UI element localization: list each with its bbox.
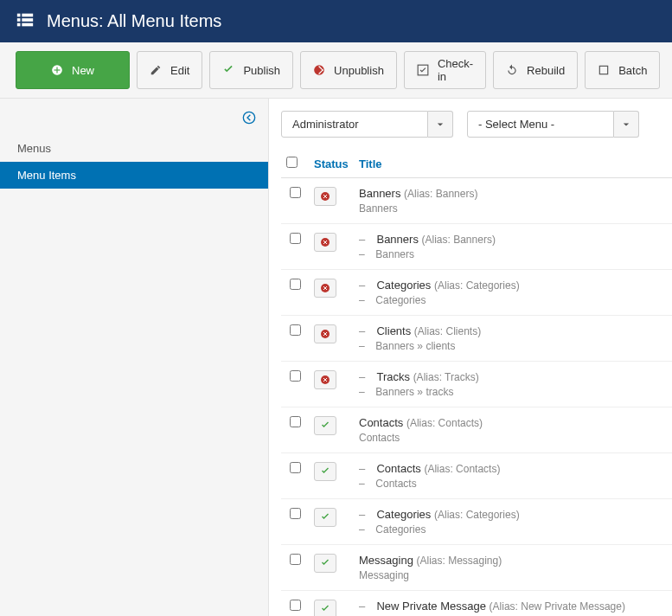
item-title[interactable]: Banners	[359, 187, 400, 200]
sidebar-item[interactable]: Menu Items	[0, 162, 268, 189]
status-badge[interactable]	[314, 416, 336, 435]
column-title[interactable]: Title	[354, 150, 672, 178]
rebuild-button[interactable]: Rebuild	[493, 51, 578, 89]
item-path: Categories	[375, 523, 426, 536]
menu-select[interactable]: - Select Menu -	[467, 111, 639, 138]
edit-label: Edit	[170, 64, 189, 77]
svg-rect-5	[22, 23, 33, 27]
indent-dash: –	[359, 386, 375, 398]
menu-items-table: Status Title Banners (Alias: Banners)Ban…	[281, 150, 672, 616]
item-path: Messaging	[359, 569, 409, 581]
item-title[interactable]: Categories	[376, 279, 431, 292]
table-row: Contacts (Alias: Contacts)Contacts	[281, 407, 672, 453]
row-checkbox[interactable]	[290, 600, 301, 611]
row-checkbox[interactable]	[290, 554, 301, 565]
svg-rect-8	[54, 69, 61, 70]
table-row: – Categories (Alias: Categories)– Catego…	[281, 499, 672, 545]
check-icon	[222, 64, 234, 76]
page-title: Menus: All Menu Items	[47, 11, 221, 31]
menu-select-value: - Select Menu -	[467, 111, 614, 138]
svg-rect-0	[17, 14, 21, 17]
item-path: Categories	[375, 294, 426, 306]
item-alias: (Alias: Banners)	[404, 188, 477, 200]
item-alias: (Alias: New Private Message)	[490, 600, 625, 613]
table-row: – Clients (Alias: Clients)– Banners » cl…	[281, 316, 672, 362]
svg-rect-2	[17, 18, 21, 22]
unpublish-button[interactable]: Unpublish	[300, 51, 397, 89]
row-checkbox[interactable]	[290, 416, 301, 427]
item-alias: (Alias: Contacts)	[424, 463, 500, 475]
svg-rect-3	[22, 18, 33, 22]
sidebar-item[interactable]: Menus	[0, 135, 268, 162]
item-title[interactable]: Clients	[376, 324, 411, 337]
status-badge[interactable]	[314, 370, 336, 389]
chevron-down-icon[interactable]	[614, 111, 639, 138]
status-badge[interactable]	[314, 279, 336, 298]
item-title[interactable]: Contacts	[376, 462, 420, 475]
item-path: Banners	[375, 248, 414, 260]
collapse-sidebar-icon[interactable]	[242, 111, 256, 127]
row-checkbox[interactable]	[290, 508, 301, 519]
status-badge[interactable]	[314, 600, 336, 616]
item-title[interactable]: New Private Message	[376, 600, 485, 613]
item-path: Banners » tracks	[375, 386, 453, 398]
toolbar: New Edit Publish Unpublish Check-in Rebu…	[0, 42, 672, 99]
edit-button[interactable]: Edit	[137, 51, 202, 89]
chevron-down-icon[interactable]	[428, 111, 453, 138]
client-select-value: Administrator	[281, 111, 428, 138]
table-row: – Tracks (Alias: Tracks)– Banners » trac…	[281, 362, 672, 407]
row-checkbox[interactable]	[290, 233, 301, 244]
rebuild-label: Rebuild	[527, 64, 565, 77]
row-checkbox[interactable]	[290, 324, 301, 336]
plus-icon	[51, 64, 63, 76]
indent-dash: –	[359, 478, 375, 490]
item-path: Banners » clients	[375, 340, 455, 352]
item-title[interactable]: Categories	[376, 508, 431, 521]
publish-button[interactable]: Publish	[209, 51, 293, 89]
status-badge[interactable]	[314, 508, 336, 527]
batch-button[interactable]: Batch	[585, 51, 660, 89]
indent-dash: –	[359, 370, 376, 383]
page-header: Menus: All Menu Items	[0, 0, 672, 42]
item-title[interactable]: Tracks	[376, 370, 410, 383]
row-checkbox[interactable]	[290, 370, 301, 382]
item-title[interactable]: Contacts	[359, 416, 403, 429]
item-title[interactable]: Banners	[376, 233, 418, 246]
select-all-checkbox[interactable]	[286, 157, 298, 168]
table-row: – Categories (Alias: Categories)– Catego…	[281, 270, 672, 316]
refresh-icon	[506, 64, 518, 76]
new-label: New	[72, 64, 94, 77]
item-alias: (Alias: Messaging)	[417, 555, 502, 567]
item-path: Banners	[359, 202, 398, 215]
status-badge[interactable]	[314, 462, 336, 481]
column-status[interactable]: Status	[309, 150, 354, 178]
item-title[interactable]: Messaging	[359, 554, 413, 567]
client-select[interactable]: Administrator	[281, 111, 453, 138]
status-badge[interactable]	[314, 187, 336, 206]
svg-rect-13	[600, 66, 608, 74]
row-checkbox[interactable]	[290, 462, 301, 473]
table-row: Messaging (Alias: Messaging)Messaging	[281, 545, 672, 591]
new-button[interactable]: New	[16, 51, 130, 89]
item-alias: (Alias: Clients)	[414, 325, 481, 337]
indent-dash: –	[359, 600, 376, 613]
row-checkbox[interactable]	[290, 187, 301, 198]
row-checkbox[interactable]	[290, 279, 301, 290]
indent-dash: –	[359, 523, 375, 536]
svg-rect-4	[17, 23, 21, 27]
item-alias: (Alias: Banners)	[422, 234, 496, 246]
status-badge[interactable]	[314, 233, 336, 252]
indent-dash: –	[359, 340, 375, 352]
item-path: Contacts	[375, 478, 416, 490]
status-badge[interactable]	[314, 554, 336, 573]
table-row: Banners (Alias: Banners)Banners	[281, 178, 672, 224]
checkin-button[interactable]: Check-in	[404, 51, 486, 89]
item-path: Contacts	[359, 432, 400, 444]
item-alias: (Alias: Contacts)	[406, 417, 483, 429]
main-content: Administrator - Select Menu - Status Tit…	[269, 99, 672, 616]
table-row: – Contacts (Alias: Contacts)– Contacts	[281, 453, 672, 499]
status-badge[interactable]	[314, 324, 336, 343]
publish-label: Publish	[243, 64, 280, 77]
checkbox-icon	[417, 64, 429, 76]
pencil-icon	[150, 64, 162, 76]
